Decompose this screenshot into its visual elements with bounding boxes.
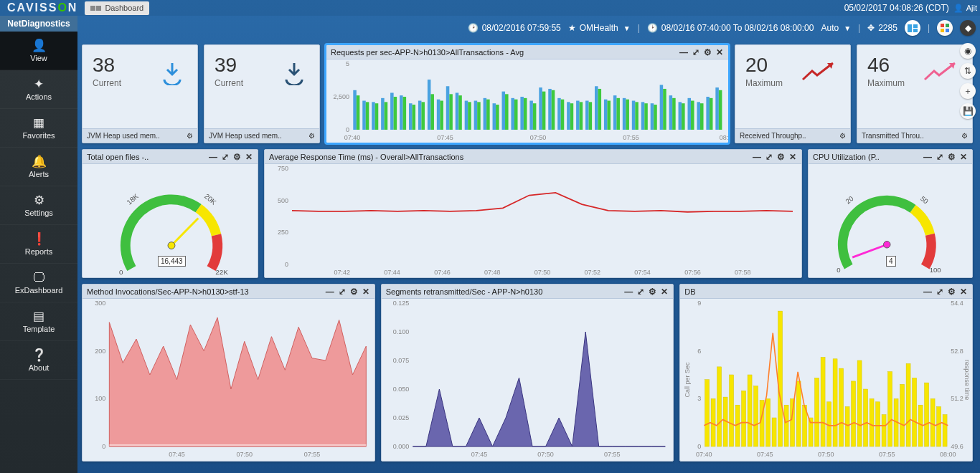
svg-rect-164 xyxy=(827,402,831,446)
favorite-select[interactable]: ★ OMHealth▼ xyxy=(568,23,631,33)
expand-icon[interactable]: ⤢ xyxy=(636,287,645,297)
svg-text:0: 0 xyxy=(102,443,105,450)
svg-rect-69 xyxy=(533,103,537,130)
sidebar-item-about[interactable]: ❔ About xyxy=(0,341,77,380)
plus-icon[interactable]: ＋ xyxy=(960,83,976,99)
svg-rect-27 xyxy=(511,98,514,130)
svg-rect-26 xyxy=(501,92,505,130)
svg-rect-171 xyxy=(870,398,874,446)
svg-rect-75 xyxy=(589,102,593,130)
close-icon[interactable]: ✕ xyxy=(788,152,797,162)
panel-kpi-trans: 46 Maximum Transmitted Throu.. ⚙ xyxy=(857,44,973,143)
sidebar-item-view[interactable]: 👤 View xyxy=(0,32,77,70)
gear-icon[interactable]: ⚙ xyxy=(839,132,846,140)
sidebar-item-exdashboard[interactable]: 🖵 ExDashboard xyxy=(0,264,77,302)
save-icon[interactable]: 💾 xyxy=(960,103,976,119)
svg-rect-59 xyxy=(440,101,443,130)
svg-text:07:40: 07:40 xyxy=(344,134,361,141)
minimize-icon[interactable]: — xyxy=(623,287,633,297)
minimize-icon[interactable]: — xyxy=(208,152,218,162)
expand-icon[interactable]: ⤢ xyxy=(338,287,347,297)
svg-text:300: 300 xyxy=(95,300,105,307)
expand-icon[interactable]: ⤢ xyxy=(221,152,230,162)
svg-text:0: 0 xyxy=(285,261,288,268)
svg-rect-176 xyxy=(900,384,905,446)
expand-icon[interactable]: ⤢ xyxy=(936,287,944,297)
close-icon[interactable]: ✕ xyxy=(245,152,253,162)
gear-icon[interactable]: ⚙ xyxy=(648,287,657,297)
layers-icon[interactable]: ◆ xyxy=(960,20,976,36)
svg-rect-30 xyxy=(539,87,542,130)
svg-rect-37 xyxy=(604,100,608,130)
product-name: NetDiagnostics xyxy=(0,16,77,32)
panel-segments: Segments retransmitted/Sec - APP-N>h0130… xyxy=(381,284,674,462)
minimize-icon[interactable]: — xyxy=(679,47,689,57)
svg-rect-44 xyxy=(669,95,673,130)
expand-icon[interactable]: ⤢ xyxy=(692,47,700,57)
expand-icon[interactable]: ⤢ xyxy=(765,152,773,162)
svg-text:20: 20 xyxy=(844,194,854,205)
swap-icon[interactable]: ⇅ xyxy=(960,63,976,79)
sidebar-item-favorites[interactable]: ▦ Favorites xyxy=(0,109,77,148)
gear-icon[interactable]: ⚙ xyxy=(961,132,968,140)
gear-icon[interactable]: ⚙ xyxy=(232,152,242,162)
close-icon[interactable]: ✕ xyxy=(959,287,968,297)
gear-icon[interactable]: ⚙ xyxy=(308,132,315,140)
header-user[interactable]: 👤 Ajit xyxy=(953,4,977,13)
layout-icon[interactable] xyxy=(905,20,920,36)
panel-open-files: Total open files -.. — ⤢ ⚙ ✕ 018K20K22K … xyxy=(82,149,258,278)
dashboard-tab[interactable]: Dashboard xyxy=(85,1,149,15)
sidebar-item-actions[interactable]: ✦ Actions xyxy=(0,70,77,109)
alert-icon: ❗ xyxy=(32,233,47,245)
svg-text:0.100: 0.100 xyxy=(392,328,409,335)
svg-rect-81 xyxy=(644,103,648,130)
time-range[interactable]: 🕑 08/02/16 07:40:00 To 08/02/16 08:00:00 xyxy=(647,23,814,33)
minimize-icon[interactable]: — xyxy=(752,152,762,162)
gear-icon[interactable]: ⚙ xyxy=(703,47,712,57)
svg-text:49.6: 49.6 xyxy=(951,443,964,450)
svg-text:07:58: 07:58 xyxy=(735,269,751,276)
panel-db: DB — ⤢ ⚙ ✕ 036949.651.252.854.407:4007:4… xyxy=(679,284,973,462)
clock-icon: 🕑 xyxy=(468,23,479,33)
svg-text:07:48: 07:48 xyxy=(484,269,501,276)
svg-text:52.8: 52.8 xyxy=(951,348,964,355)
svg-rect-5 xyxy=(941,29,944,32)
apps-icon[interactable] xyxy=(937,20,953,36)
chart-method: 010020030007:4507:5007:55 xyxy=(83,299,374,461)
close-icon[interactable]: ✕ xyxy=(362,287,370,297)
gear-icon[interactable]: ⚙ xyxy=(947,152,956,162)
gear-icon[interactable]: ⚙ xyxy=(187,132,193,140)
svg-rect-58 xyxy=(430,94,434,130)
star-icon: ★ xyxy=(568,23,576,33)
svg-text:54.4: 54.4 xyxy=(951,300,964,307)
kpi1-footer: JVM Heap used mem.. xyxy=(87,132,160,140)
sidebar-item-settings[interactable]: ⚙ Settings xyxy=(0,186,77,225)
broadcast-icon[interactable]: ◉ xyxy=(960,43,976,59)
minimize-icon[interactable]: — xyxy=(325,287,335,297)
panel-requests-per-sec[interactable]: Requests per sec-APP-N>h0130>AllTransact… xyxy=(326,44,729,143)
minimize-icon[interactable]: — xyxy=(923,152,933,162)
gear-icon[interactable]: ⚙ xyxy=(349,287,359,297)
sidebar-item-template[interactable]: ▤ Template xyxy=(0,302,77,341)
svg-rect-78 xyxy=(616,98,620,130)
svg-rect-47 xyxy=(697,102,700,130)
close-icon[interactable]: ✕ xyxy=(660,287,669,297)
kpi4-footer: Transmitted Throu.. xyxy=(862,132,924,140)
svg-rect-82 xyxy=(654,105,657,130)
sidebar-item-alerts[interactable]: 🔔 Alerts xyxy=(0,148,77,186)
gear-icon[interactable]: ⚙ xyxy=(776,152,786,162)
svg-text:07:50: 07:50 xyxy=(534,269,551,276)
sidebar-item-reports[interactable]: ❗ Reports xyxy=(0,225,77,264)
gear-icon[interactable]: ⚙ xyxy=(947,287,956,297)
expand-icon[interactable]: ⤢ xyxy=(936,152,944,162)
svg-rect-3 xyxy=(941,24,944,27)
svg-rect-79 xyxy=(626,100,629,130)
svg-text:0: 0 xyxy=(698,443,702,450)
minimize-icon[interactable]: — xyxy=(923,287,933,297)
svg-rect-150 xyxy=(742,391,746,446)
svg-text:07:55: 07:55 xyxy=(623,134,639,141)
close-icon[interactable]: ✕ xyxy=(959,152,968,162)
svg-text:9: 9 xyxy=(698,300,702,307)
close-icon[interactable]: ✕ xyxy=(715,47,724,57)
mode-select[interactable]: Auto▼ xyxy=(821,23,851,33)
